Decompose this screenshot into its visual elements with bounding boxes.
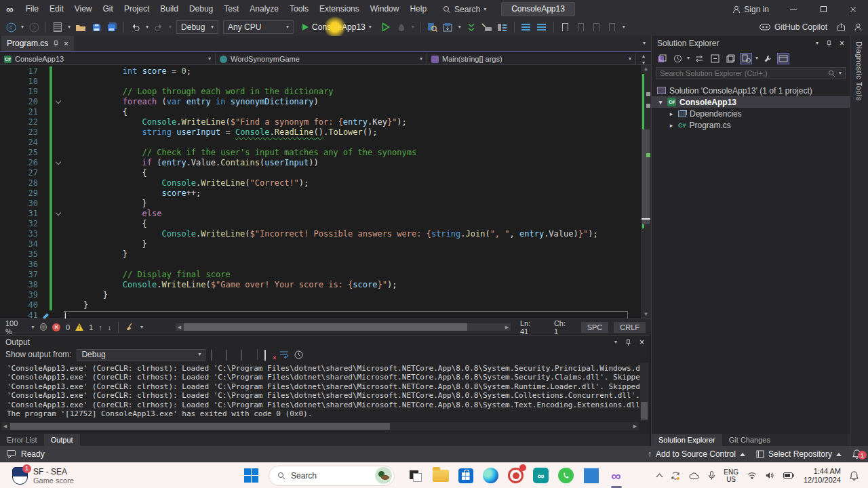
previous-bookmark-button[interactable]: [576, 22, 587, 33]
editor-horizontal-scrollbar[interactable]: ◀ ▶: [176, 323, 511, 331]
fold-collapse-icon[interactable]: [52, 97, 64, 107]
tree-program-cs[interactable]: ▸ C# Program.cs: [652, 119, 850, 131]
split-window-icon[interactable]: ▾▾: [636, 54, 651, 64]
code-line[interactable]: 40 }: [0, 300, 628, 310]
close-button[interactable]: [838, 0, 868, 18]
code-line[interactable]: 33 Console.WriteLine($"Incorrect! Possib…: [0, 229, 628, 239]
arduino-ide-icon[interactable]: ∞: [531, 466, 551, 486]
wifi-icon[interactable]: [747, 472, 757, 479]
solution-platform-select[interactable]: Any CPU ▾: [223, 20, 294, 34]
menu-window[interactable]: Window: [365, 0, 405, 18]
code-line[interactable]: 38 Console.WriteLine($"Game over! Your s…: [0, 280, 628, 290]
menu-test[interactable]: Test: [218, 0, 244, 18]
code-line[interactable]: 39 }: [0, 290, 628, 300]
scrollbar-thumb[interactable]: [642, 129, 650, 224]
code-line[interactable]: 36: [0, 260, 628, 270]
new-project-caret[interactable]: ▾: [68, 24, 71, 30]
solution-explorer-search[interactable]: ▾: [656, 67, 846, 79]
navigate-back-caret[interactable]: ▾: [21, 24, 24, 30]
feedback-icon[interactable]: [7, 450, 16, 459]
clear-all-button[interactable]: ×: [264, 350, 274, 359]
copy-output-button[interactable]: [241, 350, 250, 359]
menu-debug[interactable]: Debug: [184, 0, 218, 18]
collapse-all-button[interactable]: [709, 53, 721, 64]
line-ending-indicator[interactable]: CRLF: [614, 322, 646, 333]
scrollbar-thumb[interactable]: [184, 323, 467, 331]
menu-build[interactable]: Build: [155, 0, 184, 18]
edge-browser-icon[interactable]: [481, 466, 501, 486]
open-file-button[interactable]: [75, 22, 86, 33]
warning-count[interactable]: 1: [89, 323, 93, 331]
start-button[interactable]: [244, 468, 259, 483]
notification-bell-icon[interactable]: [850, 471, 859, 481]
scroll-right-arrow[interactable]: ▶: [503, 323, 511, 331]
select-repository-button[interactable]: Select Repository: [756, 449, 842, 459]
visual-studio-icon[interactable]: ∞: [606, 466, 627, 486]
share-icon[interactable]: [837, 23, 846, 31]
switch-views-button[interactable]: [656, 53, 668, 64]
space-mode-indicator[interactable]: SPC: [581, 322, 609, 333]
properties-button[interactable]: [724, 53, 736, 64]
github-copilot-label[interactable]: GitHub Copilot: [774, 22, 827, 32]
goto-next-message-button[interactable]: [226, 350, 235, 359]
onedrive-icon[interactable]: [689, 472, 700, 479]
menu-git[interactable]: Git: [98, 0, 119, 18]
tab-solution-explorer[interactable]: Solution Explorer: [652, 434, 722, 446]
task-view-button[interactable]: [406, 466, 426, 486]
tree-project-consoleapp13[interactable]: ▾ C# ConsoleApp13: [652, 96, 850, 108]
code-cleanup-caret[interactable]: ▾: [140, 325, 143, 330]
navigate-back-button[interactable]: [5, 22, 16, 33]
show-all-files-toggle[interactable]: [740, 53, 752, 64]
output-vertical-scrollbar[interactable]: [640, 363, 648, 421]
clear-bookmarks-button[interactable]: [607, 22, 618, 33]
undo-caret[interactable]: ▾: [146, 24, 149, 30]
scroll-right-arrow[interactable]: ▶: [631, 422, 639, 430]
save-button[interactable]: [91, 22, 102, 33]
code-line[interactable]: 21 {: [0, 107, 628, 117]
start-without-debugging-button[interactable]: [380, 22, 391, 33]
code-line[interactable]: 19 // Loop through each word in the dict…: [0, 87, 628, 97]
scrollbar-thumb[interactable]: [641, 402, 648, 420]
battery-icon[interactable]: [783, 472, 795, 479]
document-health-icon[interactable]: [40, 323, 47, 331]
menu-file[interactable]: File: [20, 0, 44, 18]
next-bookmark-button[interactable]: [591, 22, 602, 33]
scroll-up-arrow[interactable]: ▲: [641, 65, 651, 73]
code-line[interactable]: 32 {: [0, 219, 628, 229]
output-source-select[interactable]: Debug ▾: [77, 349, 205, 361]
code-line[interactable]: 24: [0, 138, 628, 148]
menu-edit[interactable]: Edit: [44, 0, 69, 18]
taskbar-search[interactable]: Search: [269, 466, 395, 486]
speaker-icon[interactable]: [766, 472, 774, 479]
navigate-forward-button[interactable]: [28, 22, 39, 33]
notifications-button[interactable]: 1: [852, 449, 861, 459]
sign-in-button[interactable]: Sign in: [723, 5, 778, 14]
toolbar-overflow-caret[interactable]: ▾: [623, 24, 625, 30]
error-count[interactable]: 0: [66, 323, 70, 331]
code-line[interactable]: 28 Console.WriteLine("Correct!");: [0, 178, 628, 188]
tab-git-changes[interactable]: Git Changes: [722, 434, 777, 446]
menu-help[interactable]: Help: [404, 0, 432, 18]
search-input[interactable]: [660, 69, 825, 77]
hidden-icons-chevron[interactable]: [656, 473, 663, 480]
fold-collapse-icon[interactable]: [52, 158, 64, 168]
code-line[interactable]: 20 foreach (var entry in synonymDictiona…: [0, 97, 628, 107]
add-to-source-control-button[interactable]: ↑ Add to Source Control: [648, 449, 745, 459]
solution-configuration-select[interactable]: Debug ▾: [176, 20, 218, 34]
language-indicator[interactable]: ENG US: [724, 468, 738, 483]
search-caret[interactable]: ▾: [839, 70, 842, 76]
code-line[interactable]: 18: [0, 77, 628, 87]
zoom-caret[interactable]: ▾: [32, 325, 35, 330]
expander-collapsed-icon[interactable]: ▸: [668, 110, 675, 117]
expander-expanded-icon[interactable]: ▾: [657, 99, 664, 106]
pin-icon[interactable]: [53, 40, 59, 47]
code-editor[interactable]: 17 int score = 0;1819 // Loop through ea…: [0, 65, 651, 319]
code-line[interactable]: 23 string userInput = Console.ReadLine()…: [0, 127, 628, 138]
redo-caret[interactable]: ▾: [169, 24, 172, 30]
weather-sports-widget[interactable]: 1 SF - SEA Game score: [0, 467, 244, 485]
scroll-down-arrow[interactable]: ▼: [641, 310, 651, 319]
hot-reload-caret[interactable]: ▾: [412, 24, 414, 30]
collapse-definitions-button[interactable]: [466, 22, 477, 33]
zoom-level[interactable]: 100 %: [5, 319, 26, 336]
open-documents-caret-icon[interactable]: ▾: [643, 41, 646, 46]
